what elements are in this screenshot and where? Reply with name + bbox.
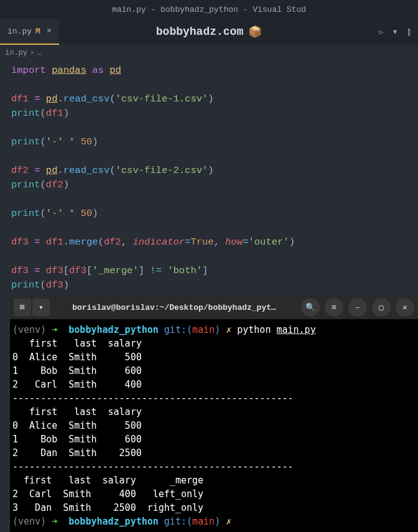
output-line: first last salary bbox=[12, 406, 142, 418]
keyword: as bbox=[92, 65, 104, 76]
run-icon[interactable]: ▷ bbox=[379, 28, 384, 36]
alias: pd bbox=[109, 65, 121, 76]
output-line: 2 Carl Smith 400 bbox=[12, 379, 142, 390]
output-line: first last salary _merge bbox=[12, 475, 203, 486]
output-line: 0 Alice Smith 500 bbox=[12, 352, 142, 363]
tab-modified-indicator: M bbox=[35, 27, 40, 36]
string: 'csv-file-2.csv' bbox=[116, 165, 208, 176]
output-line: ----------------------------------------… bbox=[12, 461, 294, 472]
new-tab-icon[interactable]: ⊞ bbox=[14, 299, 31, 316]
terminal-title: borislav@borislav:~/Desktop/bobbyhadz_py… bbox=[52, 303, 296, 312]
variable: df2 bbox=[46, 179, 63, 190]
function: read_csv bbox=[63, 165, 109, 176]
search-icon[interactable]: 🔍 bbox=[301, 298, 320, 317]
output-line: first last salary bbox=[12, 338, 142, 349]
tab-filename: in.py bbox=[7, 27, 32, 36]
module: pd bbox=[46, 165, 58, 176]
variable: df1 bbox=[46, 108, 63, 119]
window-title: main.py - bobbyhadz_python - Visual Stud bbox=[112, 5, 306, 14]
operator: * bbox=[69, 208, 75, 219]
output-line: 2 Dan Smith 2500 bbox=[12, 447, 142, 459]
split-editor-icon[interactable]: ⫿ bbox=[407, 26, 412, 38]
close-icon[interactable]: × bbox=[47, 26, 52, 36]
box-icon: 📦 bbox=[248, 25, 262, 39]
output-line: 3 Dan Smith 2500 right_only bbox=[12, 502, 203, 513]
function: read_csv bbox=[63, 93, 109, 105]
string: 'csv-file-1.csv' bbox=[116, 93, 208, 105]
breadcrumb-more: … bbox=[37, 49, 41, 57]
header-title: bobbyhadz.com 📦 bbox=[156, 25, 262, 39]
dropdown-icon[interactable]: ▾ bbox=[32, 299, 50, 316]
output-line: 2 Carl Smith 400 left_only bbox=[12, 488, 203, 500]
variable: df2 bbox=[11, 165, 29, 176]
breadcrumb-sep: › bbox=[30, 49, 34, 57]
chevron-down-icon[interactable]: ▾ bbox=[392, 26, 398, 38]
terminal-panel: ⊞ ▾ borislav@borislav:~/Desktop/bobbyhad… bbox=[10, 296, 418, 532]
tab-bar: in.py M × bobbyhadz.com 📦 ▷ ▾ ⫿ bbox=[0, 19, 418, 45]
builtin: print bbox=[11, 136, 40, 147]
editor-actions: ▷ ▾ ⫿ bbox=[379, 26, 412, 38]
builtin: print bbox=[11, 208, 40, 219]
terminal-header: ⊞ ▾ borislav@borislav:~/Desktop/bobbyhad… bbox=[10, 296, 418, 319]
punct: . bbox=[57, 93, 63, 105]
operator: = bbox=[34, 93, 40, 105]
module: pd bbox=[46, 93, 58, 105]
variable: df3 bbox=[11, 236, 29, 248]
breadcrumb-file: in.py bbox=[5, 49, 27, 57]
output-line: ----------------------------------------… bbox=[12, 393, 294, 404]
menu-icon[interactable]: ≡ bbox=[325, 298, 343, 317]
number: 50 bbox=[81, 136, 93, 147]
operator: = bbox=[34, 165, 40, 176]
terminal-output[interactable]: (venv) ➜ bobbyhadz_python git:(main) ✗ p… bbox=[10, 319, 418, 532]
code-editor[interactable]: import pandas as pd df1 = pd.read_csv('c… bbox=[0, 61, 418, 295]
module: pandas bbox=[52, 65, 86, 76]
maximize-icon[interactable]: ▢ bbox=[372, 298, 391, 317]
string: '-' bbox=[46, 208, 63, 219]
output-line: 0 Alice Smith 500 bbox=[12, 420, 142, 431]
string: '-' bbox=[46, 136, 63, 147]
site-title: bobbyhadz.com bbox=[156, 26, 243, 38]
variable: df1 bbox=[11, 93, 29, 105]
breadcrumb[interactable]: in.py › … bbox=[0, 45, 418, 61]
number: 50 bbox=[81, 208, 93, 219]
output-line: 1 Bob Smith 600 bbox=[12, 365, 142, 376]
window-titlebar: main.py - bobbyhadz_python - Visual Stud bbox=[0, 0, 418, 19]
close-icon[interactable]: ✕ bbox=[396, 298, 414, 317]
operator: * bbox=[69, 136, 75, 147]
minimize-icon[interactable]: – bbox=[348, 298, 367, 317]
tab-main-py[interactable]: in.py M × bbox=[0, 19, 59, 45]
output-line: 1 Bob Smith 600 bbox=[12, 434, 142, 445]
keyword: import bbox=[11, 65, 46, 76]
builtin: print bbox=[11, 179, 40, 190]
builtin: print bbox=[11, 108, 40, 119]
